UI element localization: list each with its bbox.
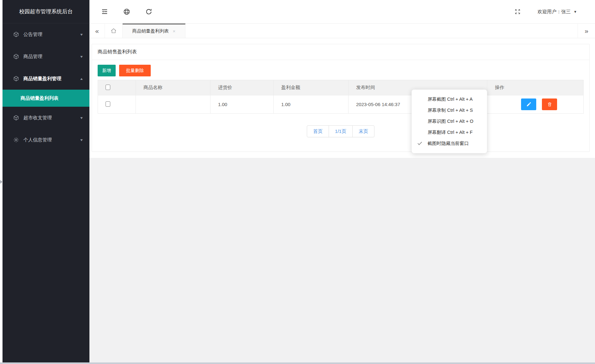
pagination-first-button[interactable]: 首页	[307, 125, 329, 137]
gear-icon	[13, 137, 19, 143]
menu-item-screen-translate[interactable]: 屏幕翻译 Ctrl + Alt + F	[412, 127, 487, 138]
sidebar-item-product-mgmt[interactable]: 商品管理 ▼	[3, 45, 89, 68]
sidebar-item-personal-info-mgmt[interactable]: 个人信息管理 ▼	[3, 129, 89, 151]
chevron-down-icon: ▼	[80, 33, 84, 36]
menu-item-screen-record[interactable]: 屏幕录制 Ctrl + Alt + S	[412, 105, 487, 116]
cube-icon	[13, 31, 19, 38]
sidebar-item-label: 商品销量盈利管理	[23, 76, 80, 82]
collapse-sidebar-icon[interactable]	[101, 8, 108, 15]
tabs-scroll-left-button[interactable]: «	[89, 24, 105, 38]
add-button[interactable]: 新增	[98, 65, 116, 76]
menu-item-gutter	[412, 143, 428, 144]
delete-button[interactable]	[542, 98, 557, 110]
horizontal-scrollbar[interactable]	[0, 362, 595, 364]
menu-item-label: 屏幕识图 Ctrl + Alt + O	[428, 118, 473, 124]
sidebar: 校园超市管理系统后台 公告管理 ▼ 商品管理 ▼	[3, 0, 89, 362]
top-header: 欢迎用户：张三 ▼	[89, 0, 595, 24]
tab-bar: « 商品销量盈利列表 × »	[89, 24, 595, 38]
select-all-checkbox[interactable]	[106, 85, 110, 90]
tab-label: 商品销量盈利列表	[132, 28, 169, 34]
batch-delete-button[interactable]: 批量删除	[119, 65, 151, 76]
pagination: 首页 1/1页 末页	[98, 125, 584, 137]
menu-item-label: 屏幕录制 Ctrl + Alt + S	[428, 107, 473, 113]
panel-expand-handle-icon[interactable]	[0, 180, 2, 184]
menu-item-screen-capture[interactable]: 屏幕截图 Ctrl + Alt + A	[412, 94, 487, 105]
cell-purchase-price: 1.00	[210, 95, 274, 114]
app-window: 校园超市管理系统后台 公告管理 ▼ 商品管理 ▼	[0, 0, 595, 364]
header-right-group: 欢迎用户：张三 ▼	[514, 8, 595, 15]
checkmark-icon	[417, 140, 422, 145]
welcome-user-label[interactable]: 欢迎用户：张三	[537, 9, 571, 15]
cube-icon	[13, 75, 19, 82]
chevron-down-icon: ▼	[80, 138, 84, 142]
home-tab-button[interactable]	[105, 24, 123, 38]
tab-sales-profit-list-active[interactable]: 商品销量盈利列表 ×	[123, 24, 185, 38]
menu-item-label: 屏幕截图 Ctrl + Alt + A	[428, 96, 473, 102]
sidebar-item-label: 商品管理	[23, 54, 80, 60]
menu-item-hide-window-when-capturing[interactable]: 截图时隐藏当前窗口	[412, 138, 487, 149]
card-header: 商品销售盈利列表	[92, 44, 589, 60]
cell-product-name	[136, 95, 210, 114]
page-title: 商品销售盈利列表	[98, 49, 137, 55]
fullscreen-icon[interactable]	[514, 8, 521, 15]
menu-item-label: 截图时隐藏当前窗口	[428, 140, 469, 146]
column-header-profit: 盈利金额	[274, 80, 349, 95]
refresh-icon[interactable]	[145, 8, 153, 15]
table-row: 1.00 1.00 2023-05-06 14:46:37	[98, 95, 584, 114]
cube-icon	[13, 115, 19, 121]
sales-profit-card: 商品销售盈利列表 新增 批量删除 商品名称 进货价 盈利金额 发布时间 操作	[92, 44, 590, 152]
column-header-actions: 操作	[487, 80, 584, 95]
column-header-name: 商品名称	[136, 80, 210, 95]
globe-icon[interactable]	[123, 8, 131, 15]
chevron-down-icon: ▼	[80, 116, 84, 120]
menu-item-label: 屏幕翻译 Ctrl + Alt + F	[428, 129, 473, 135]
tabbar-spacer	[185, 24, 578, 38]
sidebar-item-label: 公告管理	[23, 32, 80, 38]
sidebar-item-sales-profit-mgmt[interactable]: 商品销量盈利管理 ▲	[3, 68, 89, 90]
tabs-scroll-right-button[interactable]: »	[578, 24, 595, 38]
pagination-last-button[interactable]: 末页	[352, 125, 374, 137]
row-checkbox[interactable]	[106, 101, 110, 107]
trash-icon	[547, 102, 552, 107]
sidebar-item-income-expense-mgmt[interactable]: 超市收支管理 ▼	[3, 107, 89, 129]
app-title: 校园超市管理系统后台	[3, 0, 89, 23]
user-menu-caret-icon[interactable]: ▼	[574, 10, 577, 14]
sidebar-subitem-sales-profit-list-active[interactable]: 商品销量盈利列表	[3, 90, 89, 107]
sidebar-item-label: 个人信息管理	[23, 137, 80, 143]
edit-button[interactable]	[521, 98, 536, 110]
chevron-up-icon: ▲	[80, 77, 84, 81]
cell-profit: 1.00	[274, 95, 349, 114]
column-header-purchase-price: 进货价	[210, 80, 274, 95]
cube-icon	[13, 53, 19, 60]
sidebar-item-notice-mgmt[interactable]: 公告管理 ▼	[3, 23, 89, 45]
screenshot-tool-context-menu: 屏幕截图 Ctrl + Alt + A 屏幕录制 Ctrl + Alt + S …	[411, 89, 487, 153]
toolbar: 新增 批量删除	[98, 65, 584, 76]
table-header-row: 商品名称 进货价 盈利金额 发布时间 操作	[98, 80, 584, 95]
pencil-icon	[526, 102, 531, 107]
pagination-current-page[interactable]: 1/1页	[329, 125, 353, 137]
sidebar-item-label: 超市收支管理	[23, 115, 80, 121]
home-icon	[110, 27, 117, 34]
sales-profit-table: 商品名称 进货价 盈利金额 发布时间 操作 1.00 1.00 2023-05-…	[98, 80, 584, 114]
close-tab-icon[interactable]: ×	[173, 28, 176, 34]
chevron-down-icon: ▼	[80, 55, 84, 58]
page-background	[89, 158, 595, 362]
row-actions	[495, 98, 583, 110]
menu-item-screen-ocr[interactable]: 屏幕识图 Ctrl + Alt + O	[412, 116, 487, 127]
